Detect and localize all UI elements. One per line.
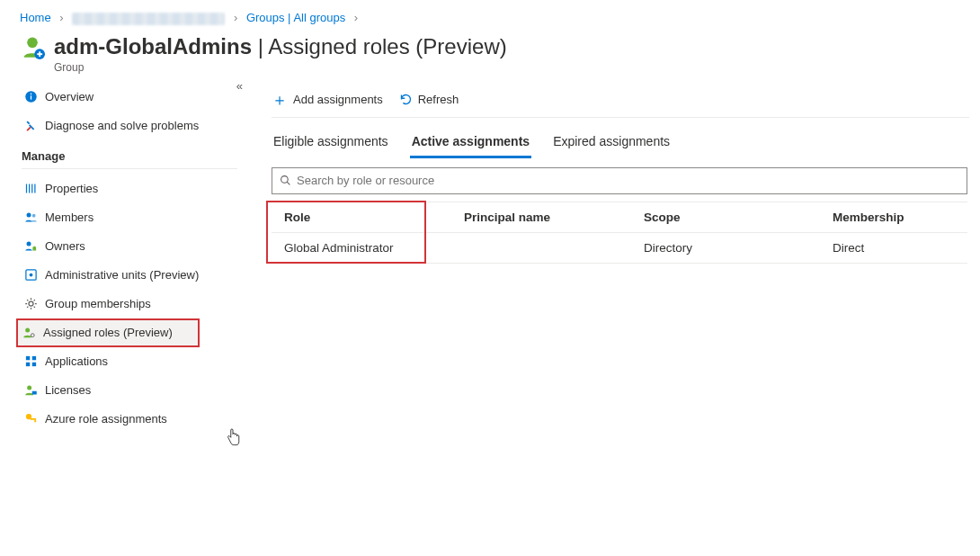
svg-rect-21: [25, 363, 29, 366]
search-bar[interactable]: [272, 167, 967, 194]
collapse-sidebar-icon[interactable]: «: [236, 79, 243, 93]
svg-rect-20: [31, 356, 35, 360]
tabs: Eligible assignmentsActive assignmentsEx…: [272, 129, 969, 158]
sidebar-item-diagnose-and-solve-problems[interactable]: Diagnose and solve problems: [20, 112, 250, 140]
svg-line-29: [287, 182, 290, 184]
refresh-icon: [399, 93, 413, 106]
sidebar-item-label: Diagnose and solve problems: [45, 119, 199, 132]
group-icon: [20, 34, 45, 59]
svg-rect-27: [34, 420, 36, 423]
svg-rect-22: [31, 363, 35, 366]
col-scope[interactable]: Scope: [644, 211, 833, 224]
cell-scope: Directory: [644, 241, 833, 255]
search-icon: [280, 175, 291, 186]
svg-rect-19: [25, 356, 29, 360]
sidebar-item-label: Licenses: [45, 383, 91, 397]
refresh-button[interactable]: Refresh: [399, 93, 459, 106]
sidebar-item-label: Owners: [45, 239, 85, 253]
sidebar-section-manage: Manage: [22, 149, 237, 169]
svg-point-28: [281, 176, 289, 184]
breadcrumb-sep: ›: [234, 11, 237, 24]
admin-unit-icon: [23, 268, 38, 282]
sidebar-item-label: Overview: [45, 90, 94, 103]
redacted-text: [72, 13, 225, 25]
svg-rect-7: [25, 184, 26, 193]
sidebar-item-label: Group memberships: [45, 297, 151, 310]
svg-point-11: [26, 213, 31, 218]
apps-icon: [23, 354, 38, 369]
page-title: adm-GlobalAdmins | Assigned roles (Previ…: [54, 34, 507, 59]
svg-rect-8: [29, 184, 30, 193]
svg-rect-10: [34, 184, 35, 193]
svg-rect-24: [31, 391, 36, 395]
breadcrumb-sep: ›: [354, 11, 358, 24]
search-input[interactable]: [297, 174, 959, 187]
svg-point-12: [31, 214, 35, 218]
breadcrumb: Home › › Groups | All groups ›: [0, 0, 980, 25]
owners-icon: [23, 239, 38, 254]
page-header: adm-GlobalAdmins | Assigned roles (Previ…: [0, 25, 980, 65]
svg-point-16: [29, 301, 33, 306]
breadcrumb-groups[interactable]: Groups | All groups: [246, 11, 345, 24]
table-header-row: Role Principal name Scope Membership: [272, 202, 967, 233]
breadcrumb-directory[interactable]: [72, 11, 225, 24]
svg-rect-26: [30, 418, 35, 420]
breadcrumb-sep: ›: [59, 11, 63, 24]
cell-role: Global Administrator: [284, 241, 464, 255]
tab-eligible-assignments[interactable]: Eligible assignments: [272, 129, 390, 158]
props-icon: [23, 182, 38, 196]
add-assignments-button[interactable]: ＋ Add assignments: [272, 92, 383, 108]
sidebar-item-administrative-units-preview-[interactable]: Administrative units (Preview): [20, 261, 250, 290]
svg-point-17: [25, 328, 30, 333]
svg-point-13: [26, 242, 31, 247]
svg-rect-9: [31, 184, 32, 193]
col-role[interactable]: Role: [284, 211, 464, 224]
sidebar-item-label: Administrative units (Preview): [45, 268, 199, 282]
sidebar-item-members[interactable]: Members: [20, 203, 250, 232]
svg-rect-5: [30, 95, 31, 99]
sidebar-item-group-memberships[interactable]: Group memberships: [20, 290, 250, 318]
page-subtitle: Group: [54, 61, 980, 74]
main-panel: ＋ Add assignments Refresh Eligible assig…: [250, 83, 980, 434]
sidebar-item-label: Assigned roles (Preview): [43, 326, 173, 339]
sidebar-item-label: Members: [45, 211, 94, 224]
svg-point-15: [29, 274, 32, 277]
col-membership[interactable]: Membership: [833, 211, 967, 224]
sidebar-item-properties[interactable]: Properties: [20, 175, 250, 203]
key-icon: [23, 412, 38, 426]
svg-point-6: [30, 94, 31, 95]
wrench-icon: [23, 119, 38, 133]
info-icon: [23, 90, 38, 104]
cell-membership: Direct: [833, 241, 967, 255]
tab-active-assignments[interactable]: Active assignments: [410, 129, 532, 158]
plus-icon: ＋: [272, 92, 288, 108]
svg-point-23: [27, 386, 31, 390]
assignments-table: Role Principal name Scope Membership Glo…: [272, 202, 967, 264]
gear-icon: [23, 297, 38, 311]
license-icon: [23, 383, 38, 398]
sidebar-item-label: Properties: [45, 182, 98, 195]
person-gear-icon: [22, 326, 36, 340]
svg-rect-3: [37, 53, 42, 55]
sidebar-item-overview[interactable]: Overview: [20, 83, 250, 112]
sidebar-item-label: Applications: [45, 354, 108, 368]
col-principal[interactable]: Principal name: [464, 211, 644, 224]
sidebar-item-label: Azure role assignments: [45, 412, 167, 426]
sidebar-item-owners[interactable]: Owners: [20, 232, 250, 261]
breadcrumb-home[interactable]: Home: [20, 11, 51, 24]
sidebar-item-licenses[interactable]: Licenses: [20, 376, 250, 405]
toolbar: ＋ Add assignments Refresh: [272, 90, 969, 118]
sidebar-item-azure-role-assignments[interactable]: Azure role assignments: [20, 405, 250, 434]
members-icon: [23, 211, 38, 225]
svg-point-18: [31, 334, 34, 337]
sidebar: « OverviewDiagnose and solve problems Ma…: [0, 83, 250, 434]
sidebar-item-assigned-roles-preview-[interactable]: Assigned roles (Preview): [16, 318, 200, 347]
table-row[interactable]: Global AdministratorDirectoryDirect: [272, 233, 967, 264]
svg-point-0: [27, 37, 38, 48]
tab-expired-assignments[interactable]: Expired assignments: [551, 129, 672, 158]
sidebar-item-applications[interactable]: Applications: [20, 347, 250, 376]
